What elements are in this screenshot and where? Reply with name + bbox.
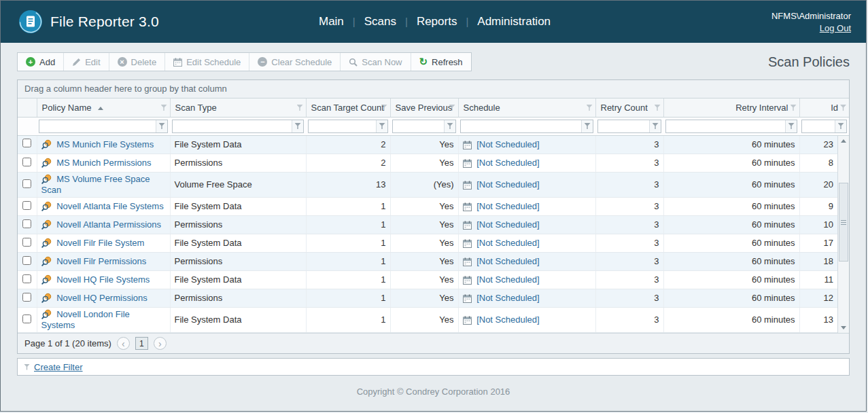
column-header-scan-target-count[interactable]: Scan Target Count (306, 98, 390, 117)
filter-input-retry-count[interactable] (598, 122, 649, 131)
column-header-save-previous[interactable]: Save Previous (390, 98, 458, 117)
filter-input-schedule[interactable] (461, 122, 581, 131)
create-filter-link[interactable]: Create Filter (34, 362, 83, 372)
row-checkbox[interactable] (22, 256, 31, 265)
retry-interval-cell: 60 minutes (663, 216, 799, 234)
row-checkbox[interactable] (22, 139, 31, 147)
scan-type-cell: File System Data (170, 234, 306, 253)
row-checkbox[interactable] (22, 293, 31, 302)
schedule-link[interactable]: [Not Scheduled] (476, 256, 540, 266)
calendar-icon (463, 274, 477, 285)
policy-name-link[interactable]: Novell Filr File System (56, 238, 144, 248)
schedule-cell: [Not Scheduled] (458, 198, 595, 216)
save-previous-cell: Yes (390, 253, 458, 271)
nav-scans[interactable]: Scans (364, 15, 396, 29)
table-row[interactable]: Novell London File Systems File System D… (18, 308, 837, 333)
header-filter-funnel-icon[interactable] (655, 105, 661, 111)
policy-name-link[interactable]: Novell Atlanta File Systems (56, 201, 164, 211)
schedule-link[interactable]: [Not Scheduled] (476, 201, 540, 211)
column-header-retry-interval[interactable]: Retry Interval (663, 98, 799, 117)
filter-menu-button[interactable] (785, 120, 797, 132)
policy-name-link[interactable]: Novell Filr Permissions (56, 256, 146, 266)
add-button[interactable]: Add (18, 53, 64, 71)
header-filter-funnel-icon[interactable] (587, 105, 593, 111)
table-row[interactable]: Novell HQ Permissions Permissions 1 Yes (18, 289, 837, 308)
retry-count-cell: 3 (595, 289, 663, 308)
nav-main[interactable]: Main (319, 15, 344, 29)
header-filter-funnel-icon[interactable] (297, 105, 303, 111)
scrollbar-thumb[interactable] (839, 183, 848, 262)
table-row[interactable]: Novell Filr Permissions Permissions 1 Ye… (18, 253, 837, 271)
filter-menu-button[interactable] (649, 120, 661, 132)
policy-name-cell: Novell Filr File System (37, 234, 170, 253)
policy-name-cell: Novell HQ File Systems (37, 271, 170, 289)
row-checkbox[interactable] (22, 158, 31, 166)
filter-menu-button[interactable] (156, 120, 167, 132)
policy-name-link[interactable]: Novell HQ Permissions (56, 293, 147, 303)
table-row[interactable]: MS Munich File Systems File System Data … (18, 136, 837, 154)
schedule-link[interactable]: [Not Scheduled] (476, 158, 540, 168)
filter-menu-button[interactable] (292, 120, 303, 132)
table-row[interactable]: Novell HQ File Systems File System Data … (18, 271, 837, 289)
table-row[interactable]: Novell Atlanta Permissions Permissions 1… (18, 216, 837, 234)
filter-input-id[interactable] (802, 122, 835, 131)
policy-name-link[interactable]: Novell Atlanta Permissions (56, 219, 161, 230)
filter-menu-button[interactable] (835, 120, 846, 132)
scroll-down-button[interactable] (838, 322, 849, 333)
filter-input-scan-type[interactable] (173, 122, 292, 131)
scan-policy-icon (41, 139, 57, 149)
refresh-button[interactable]: Refresh (411, 53, 471, 71)
column-label: Retry Interval (735, 103, 788, 113)
app-title: File Reporter 3.0 (50, 14, 159, 30)
scan-target-count-cell: 13 (306, 173, 390, 198)
table-row[interactable]: Novell Filr File System File System Data… (18, 234, 837, 253)
row-checkbox[interactable] (22, 315, 31, 323)
filter-input-retry-interval[interactable] (666, 122, 785, 131)
column-header-id[interactable]: Id (799, 98, 849, 117)
table-row[interactable]: MS Munich Permissions Permissions 2 Yes (18, 154, 837, 173)
pager-page-button[interactable]: 1 (135, 337, 148, 350)
filter-input-save-previous[interactable] (393, 122, 444, 131)
policy-name-link[interactable]: MS Munich Permissions (56, 158, 151, 168)
schedule-link[interactable]: [Not Scheduled] (476, 274, 540, 285)
logout-link[interactable]: Log Out (820, 23, 851, 33)
policy-name-link[interactable]: MS Munich File Systems (56, 139, 154, 149)
column-header-retry-count[interactable]: Retry Count (595, 98, 663, 117)
filter-menu-button[interactable] (376, 120, 387, 132)
header-filter-funnel-icon[interactable] (840, 105, 846, 111)
row-checkbox[interactable] (22, 179, 31, 188)
sort-ascending-icon (98, 107, 103, 110)
nav-reports[interactable]: Reports (417, 15, 457, 29)
header-filter-funnel-icon[interactable] (161, 105, 167, 111)
calendar-icon (463, 139, 477, 149)
column-header-policy-name[interactable]: Policy Name (37, 98, 170, 117)
schedule-link[interactable]: [Not Scheduled] (476, 139, 540, 149)
policy-name-link[interactable]: MS Volume Free Space Scan (41, 174, 150, 195)
filter-input-policy-name[interactable] (39, 122, 156, 131)
schedule-link[interactable]: [Not Scheduled] (476, 219, 540, 230)
calendar-icon (463, 293, 477, 303)
column-header-schedule[interactable]: Schedule (458, 98, 595, 117)
row-checkbox[interactable] (22, 238, 31, 247)
filter-menu-button[interactable] (581, 120, 593, 132)
toolbar: Add Edit Delete (17, 52, 472, 71)
policy-name-cell: Novell Atlanta File Systems (37, 198, 170, 216)
table-row[interactable]: MS Volume Free Space Scan Volume Free Sp… (18, 173, 837, 198)
filter-input-scan-target-count[interactable] (309, 122, 376, 131)
schedule-link[interactable]: [Not Scheduled] (476, 293, 540, 303)
row-checkbox[interactable] (22, 201, 31, 210)
header-filter-funnel-icon[interactable] (791, 105, 797, 111)
policy-name-link[interactable]: Novell HQ File Systems (56, 274, 150, 285)
schedule-link[interactable]: [Not Scheduled] (476, 315, 540, 325)
table-row[interactable]: Novell Atlanta File Systems File System … (18, 198, 837, 216)
column-header-scan-type[interactable]: Scan Type (170, 98, 306, 117)
schedule-link[interactable]: [Not Scheduled] (476, 179, 540, 190)
scroll-up-button[interactable] (838, 136, 849, 147)
row-checkbox[interactable] (22, 274, 31, 283)
vertical-scrollbar[interactable] (837, 136, 849, 334)
schedule-link[interactable]: [Not Scheduled] (476, 238, 540, 248)
policy-name-cell: Novell London File Systems (37, 308, 170, 333)
filter-menu-button[interactable] (444, 120, 455, 132)
row-checkbox[interactable] (22, 219, 31, 228)
nav-administration[interactable]: Administration (477, 15, 551, 29)
